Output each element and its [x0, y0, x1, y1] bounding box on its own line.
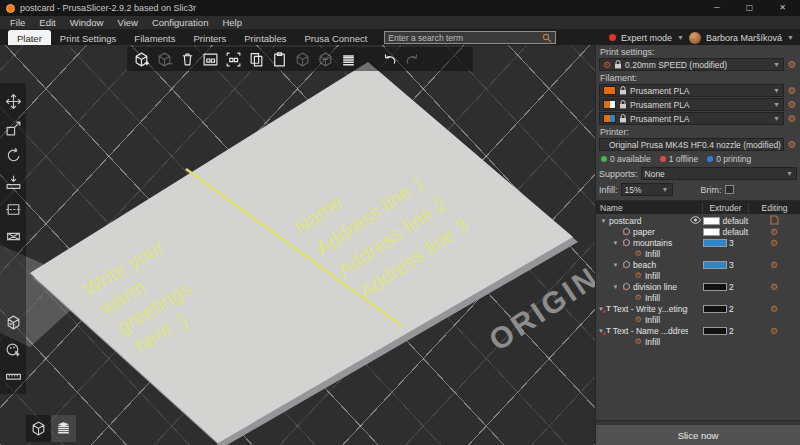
variable-layer-height-icon[interactable] — [339, 50, 358, 69]
chevron-down-icon[interactable]: ▼ — [787, 34, 794, 41]
sliced-preview-button[interactable] — [51, 415, 76, 442]
search-input[interactable]: Enter a search term — [384, 31, 556, 44]
arrange-icon[interactable] — [201, 50, 220, 69]
extruder-color-swatch[interactable] — [703, 283, 727, 291]
paste-icon[interactable] — [270, 50, 289, 69]
printer-combo[interactable]: Original Prusa MK4S HF0.4 nozzle (modifi… — [599, 138, 784, 151]
eye-icon[interactable] — [688, 216, 702, 226]
tree-row-division-line[interactable]: ▼division line2⚙ — [596, 281, 800, 292]
tree-row-infill[interactable]: ⚙Infill — [596, 314, 800, 325]
edit-gear-icon[interactable]: ⚙ — [770, 326, 778, 336]
volume-icon — [621, 227, 631, 236]
3d-editor-view-button[interactable] — [26, 415, 51, 442]
tab-printables[interactable]: Printables — [235, 30, 295, 45]
scale-tool-icon[interactable] — [3, 118, 23, 138]
delete-all-icon[interactable] — [178, 50, 197, 69]
cut-tool-icon[interactable] — [3, 199, 23, 219]
extruder-color-swatch[interactable] — [703, 305, 727, 313]
user-avatar[interactable] — [689, 32, 701, 44]
settings-sidebar: Print settings: ⚙ 0.20mm SPEED (modified… — [595, 45, 800, 445]
search-icon[interactable] — [542, 33, 552, 43]
extruder-value: 3 — [729, 238, 734, 248]
tab-filaments[interactable]: Filaments — [125, 30, 184, 45]
tab-print-settings[interactable]: Print Settings — [51, 30, 126, 45]
edit-gear-icon[interactable]: ⚙ — [770, 227, 778, 237]
caret-icon[interactable]: ▼ — [612, 284, 619, 290]
chevron-down-icon[interactable]: ▼ — [677, 34, 684, 41]
tree-item-label: Infill — [645, 249, 660, 259]
rotate-tool-icon[interactable] — [3, 145, 23, 165]
tree-row-paper[interactable]: paperdefault⚙ — [596, 226, 800, 237]
arrange-selection-icon[interactable] — [224, 50, 243, 69]
tree-row-postcard[interactable]: ▼postcarddefault — [596, 215, 800, 226]
print-settings-combo[interactable]: ⚙ 0.20mm SPEED (modified) ▼ — [599, 58, 784, 71]
close-button[interactable]: ✕ — [779, 0, 786, 16]
filament-gear-icon[interactable]: ⚙ — [786, 99, 798, 111]
menu-item-file[interactable]: File — [3, 17, 32, 28]
extruder-color-swatch[interactable] — [703, 217, 720, 225]
menu-item-window[interactable]: Window — [63, 17, 111, 28]
menu-item-configuration[interactable]: Configuration — [145, 17, 216, 28]
tree-row-beach[interactable]: ▼beach3⚙ — [596, 259, 800, 270]
paint-tool-icon[interactable] — [3, 339, 23, 359]
infill-icon: ⚙ — [633, 337, 643, 346]
maximize-button[interactable]: ▢ — [746, 0, 754, 16]
measure-tool-icon[interactable] — [3, 366, 23, 386]
minimize-button[interactable]: ─ — [714, 0, 720, 16]
menu-item-help[interactable]: Help — [215, 17, 249, 28]
edit-gear-icon[interactable]: ⚙ — [770, 282, 778, 292]
caret-icon[interactable]: ▼ — [600, 218, 607, 224]
menu-item-view[interactable]: View — [110, 17, 144, 28]
printer-gear-icon[interactable]: ⚙ — [786, 139, 798, 151]
extruder-color-swatch[interactable] — [703, 327, 727, 335]
tree-row-text-write-y-etings-here[interactable]: ▼TText - Write y...etings here ;)2⚙ — [596, 303, 800, 314]
filament-combo-2[interactable]: Prusament PLA▼ — [599, 98, 784, 111]
move-tool-icon[interactable] — [3, 91, 23, 111]
edit-gear-icon[interactable]: ⚙ — [770, 260, 778, 270]
user-name[interactable]: Barbora Maršíková — [706, 33, 782, 43]
tree-row-text-name-ddress-line-3[interactable]: ▼TText - Name ...ddress line 32⚙ — [596, 325, 800, 336]
tab-printers[interactable]: Printers — [185, 30, 236, 45]
fuzzy-skin-tool-icon[interactable] — [3, 312, 23, 332]
caret-icon[interactable]: ▼ — [612, 240, 619, 246]
supports-value: None — [645, 169, 665, 179]
supports-combo[interactable]: None ▼ — [641, 167, 797, 180]
printer-status-row: 0 available1 offline0 printing — [596, 152, 800, 165]
flatten-tool-icon[interactable] — [3, 226, 23, 246]
edit-page-icon[interactable] — [770, 217, 779, 227]
slice-now-button[interactable]: Slice now — [596, 425, 800, 445]
tree-row-mountains[interactable]: ▼mountains3⚙ — [596, 237, 800, 248]
tab-plater[interactable]: Plater — [8, 30, 51, 45]
extruder-color-swatch[interactable] — [703, 228, 720, 236]
tree-row-infill[interactable]: ⚙Infill — [596, 248, 800, 259]
tree-item-label: mountains — [633, 238, 672, 248]
3d-viewport[interactable]: ORIGINAL Write your warm greetings here … — [0, 45, 595, 445]
undo-icon[interactable] — [380, 50, 399, 69]
caret-icon[interactable]: ▼ — [612, 262, 619, 268]
mode-selector[interactable]: Expert mode — [621, 33, 672, 43]
print-settings-gear-icon[interactable]: ⚙ — [786, 59, 798, 71]
tree-row-infill[interactable]: ⚙Infill — [596, 270, 800, 281]
edit-gear-icon[interactable]: ⚙ — [770, 238, 778, 248]
place-on-face-tool-icon[interactable] — [3, 172, 23, 192]
tree-row-infill[interactable]: ⚙Infill — [596, 336, 800, 347]
add-object-icon[interactable] — [132, 50, 151, 69]
filament-combo-3[interactable]: Prusament PLA▼ — [599, 112, 784, 125]
filament-combo-1[interactable]: Prusament PLA▼ — [599, 84, 784, 97]
tree-row-infill[interactable]: ⚙Infill — [596, 292, 800, 303]
chevron-down-icon: ▼ — [773, 101, 780, 108]
copy-icon[interactable] — [247, 50, 266, 69]
menu-item-edit[interactable]: Edit — [32, 17, 62, 28]
extruder-color-swatch[interactable] — [703, 239, 727, 247]
brim-checkbox[interactable] — [725, 185, 734, 194]
filament-value: Prusament PLA — [630, 86, 690, 96]
tab-prusa-connect[interactable]: Prusa Connect — [296, 30, 377, 45]
filament-gear-icon[interactable]: ⚙ — [786, 113, 798, 125]
search-placeholder: Enter a search term — [388, 33, 542, 43]
infill-combo[interactable]: 15% ▼ — [621, 183, 673, 196]
filament-gear-icon[interactable]: ⚙ — [786, 85, 798, 97]
extruder-value: 2 — [729, 326, 734, 336]
status-dot — [707, 156, 713, 162]
extruder-color-swatch[interactable] — [703, 261, 727, 269]
edit-gear-icon[interactable]: ⚙ — [770, 304, 778, 314]
